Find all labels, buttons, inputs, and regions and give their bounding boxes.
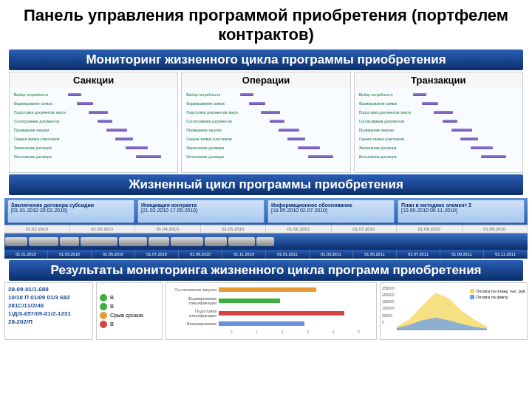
timeline-tick: 01.05.2011 [353, 250, 397, 259]
legend-row: Оплата по факту [470, 295, 525, 299]
status-ok2: В [100, 303, 159, 310]
code-line[interactable]: 1/Д/3-657/09-01/2-1231 [8, 310, 89, 318]
timeline-tick: 01.06.2010 [266, 225, 332, 233]
page-title: Панель управления программой приобретени… [0, 0, 532, 48]
dot-red-icon [100, 321, 107, 328]
gantt-row: Формирование заявок [14, 100, 173, 107]
timeline-tick: 01.08.2010 [397, 225, 463, 233]
timeline-segment[interactable] [205, 237, 227, 246]
col-head-operations: Операции [182, 72, 349, 88]
gantt-row: Согласование документов [14, 117, 173, 125]
hbar-row: Согласование закупки [171, 287, 372, 292]
timeline-segment[interactable] [228, 237, 255, 246]
timeline: Заключение договора субсидии[01.01.2010 … [4, 198, 528, 259]
timeline-ruler-bottom: 01.01.201001.03.201001.05.201001.07.2010… [4, 250, 528, 259]
gantt-row: Проведение закупки [186, 126, 345, 134]
timeline-tick: 01.07.2010 [332, 225, 398, 233]
gantt-row: Формирование заявок [359, 100, 518, 107]
gantt-row: Исполнение договора [186, 153, 345, 160]
timeline-tick: 01.01.2010 [4, 250, 48, 259]
status-ok: В [100, 294, 159, 301]
gantt-row: Согласование документов [186, 117, 345, 125]
area-legend: Оплата по плану, тыс. рубОплата по факту [470, 289, 525, 301]
timeline-tick: 01.09.2011 [440, 250, 484, 259]
gantt-row: Исполнение договора [14, 153, 173, 160]
timeline-cards: Заключение договора субсидии[01.01.2010 … [4, 198, 528, 225]
section-monitoring: Мониторинг жизненного цикла программы пр… [9, 50, 523, 70]
status-panel[interactable]: В В Срыв сроков В [96, 282, 163, 340]
timeline-bar-strip[interactable] [4, 233, 528, 250]
timeline-tick: 01.03.2011 [310, 250, 353, 259]
gantt-row: Оценка заявок участников [359, 135, 518, 143]
gantt-row: Проведение закупки [359, 126, 518, 134]
hbar-row: Инициирование [171, 321, 372, 326]
timeline-segment[interactable] [29, 237, 58, 246]
gantt-row: Выбор потребности [359, 91, 518, 98]
timeline-segment[interactable] [149, 237, 169, 246]
section-results: Результаты мониторинга жизненного цикла … [9, 260, 523, 281]
timeline-segment[interactable] [5, 237, 27, 246]
timeline-tick: 01.03.2010 [70, 225, 136, 233]
gantt-row: Заключение договора [186, 144, 345, 151]
three-column-row: Санкции Выбор потребностиФормирование за… [9, 72, 523, 173]
section-lifecycle: Жизненный цикл программы приобретения [9, 174, 523, 195]
gantt-row: Выбор потребности [14, 91, 173, 98]
col-head-sanctions: Санкции [10, 72, 177, 88]
timeline-segment[interactable] [171, 237, 203, 246]
timeline-segment[interactable] [60, 237, 79, 246]
status-warn: Срыв сроков [100, 312, 159, 319]
gantt-row: Подготовка документов закупки [186, 109, 345, 116]
timeline-segment[interactable] [256, 237, 274, 246]
codes-panel[interactable]: 28-09-01/1-68810/10 П 01/09 01/3 682281С… [4, 282, 93, 340]
timeline-tick: 01.11.2010 [222, 250, 266, 259]
gantt-row: Подготовка документов закупки [359, 109, 518, 116]
timeline-card[interactable]: Информационное обоснование[18.05.2010 02… [267, 200, 395, 223]
dot-green-icon [100, 294, 107, 301]
gantt-row: Заключение договора [359, 144, 518, 151]
gantt-row: Заключение договора [14, 144, 173, 151]
timeline-tick: 01.01.2011 [266, 250, 310, 259]
col-operations[interactable]: Операции Выбор потребностиФормирование з… [181, 72, 350, 173]
gantt-row: Подготовка документов закупки [14, 109, 173, 116]
gantt-row: Выбор потребности [186, 91, 345, 98]
timeline-tick: 01.09.2010 [179, 250, 222, 259]
timeline-tick: 01.04.2010 [135, 225, 201, 233]
gantt-row: Исполнение договора [359, 153, 518, 160]
col-sanctions[interactable]: Санкции Выбор потребностиФормирование за… [9, 72, 178, 173]
dot-green-icon [100, 303, 107, 310]
legend-row: Оплата по плану, тыс. руб [470, 289, 525, 293]
gantt-transactions: Выбор потребностиФормирование заявокПодг… [355, 88, 522, 172]
gantt-row: Согласование документов [359, 117, 518, 125]
timeline-tick: 01.05.2010 [201, 225, 267, 233]
hbar-row: Формирование спецификации [171, 296, 372, 305]
timeline-tick: 01.09.2010 [463, 225, 528, 233]
gantt-row: Оценка заявок участников [186, 135, 345, 143]
code-line[interactable]: 10/10 П 01/09 01/3 682 [8, 293, 89, 301]
code-line[interactable]: 281С/11/2/40 [8, 301, 89, 310]
timeline-tick: 01.03.2010 [48, 250, 92, 259]
status-bad: В [100, 321, 159, 328]
gantt-row: Формирование заявок [186, 100, 345, 107]
timeline-segment[interactable] [81, 237, 117, 246]
results-row: 28-09-01/1-68810/10 П 01/09 01/3 682281С… [4, 282, 528, 340]
col-transactions[interactable]: Транзакции Выбор потребностиФормирование… [354, 72, 523, 173]
col-head-transactions: Транзакции [355, 72, 522, 88]
timeline-tick: 01.07.2010 [135, 250, 179, 259]
code-line[interactable]: 28-202/П [8, 318, 89, 326]
hbar-chart: Согласование закупкиФормирование специфи… [166, 282, 377, 340]
code-line[interactable]: 28-09-01/1-688 [8, 285, 89, 293]
dot-orange-icon [100, 312, 107, 319]
timeline-card[interactable]: Инициация контракта[21.03.2010 17.05.201… [137, 200, 265, 223]
timeline-card[interactable]: План в методике элемент 2[10.09.2010 06.… [398, 200, 525, 223]
gantt-row: Оценка заявок участников [14, 135, 173, 143]
timeline-tick: 01.02.2010 [4, 225, 70, 233]
gantt-sanctions: Выбор потребностиФормирование заявокПодг… [10, 88, 177, 172]
timeline-tick: 01.05.2010 [92, 250, 135, 259]
timeline-tick: 01.11.2011 [484, 250, 528, 259]
gantt-operations: Выбор потребностиФормирование заявокПодг… [182, 88, 349, 172]
hbar-row: Подготовка спецификации [171, 309, 372, 318]
area-chart: 250000200000150000100000500000 Оплата по… [380, 282, 528, 340]
timeline-ruler-top: 01.02.201001.03.201001.04.201001.05.2010… [4, 225, 528, 233]
timeline-card[interactable]: Заключение договора субсидии[01.01.2010 … [7, 200, 134, 223]
timeline-segment[interactable] [119, 237, 147, 246]
